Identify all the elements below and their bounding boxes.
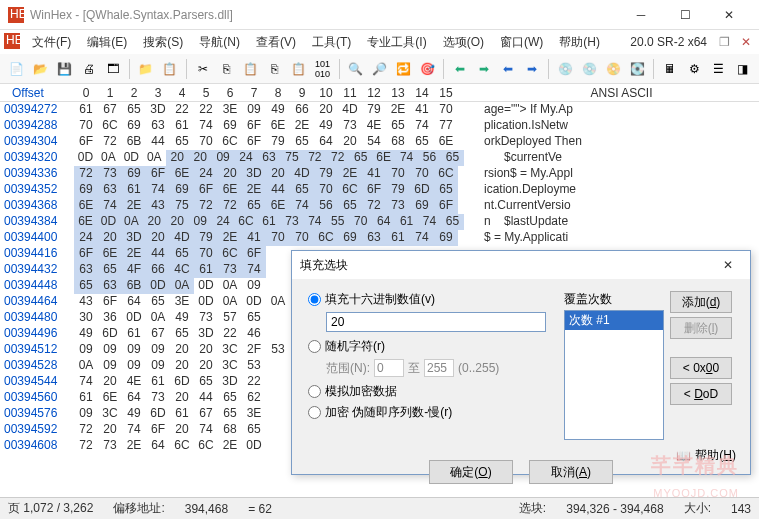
hex-byte[interactable]: 70 — [386, 166, 410, 182]
hex-byte[interactable]: 61 — [122, 326, 146, 342]
range-to-input[interactable] — [424, 359, 454, 377]
hex-byte[interactable]: 65 — [146, 294, 170, 310]
hex-byte[interactable]: 3D — [218, 374, 242, 390]
hex-byte[interactable]: 0A — [218, 294, 242, 310]
hex-byte[interactable]: 09 — [74, 406, 98, 422]
hex-byte[interactable]: 61 — [170, 406, 194, 422]
hex-byte[interactable]: 6E — [98, 390, 122, 406]
hex-byte[interactable]: 6E — [74, 214, 97, 230]
hex-byte[interactable]: 65 — [170, 246, 194, 262]
hex-byte[interactable]: 69 — [410, 198, 434, 214]
hex-byte[interactable]: 4E — [362, 118, 386, 134]
hex-byte[interactable]: 65 — [242, 310, 266, 326]
hex-byte[interactable]: 43 — [146, 198, 170, 214]
hex-byte[interactable]: 0A — [97, 150, 120, 166]
ascii-cell[interactable]: rsion$ = My.Appl — [464, 166, 759, 182]
radio-enc[interactable] — [308, 406, 321, 419]
hex-cells[interactable]: 706C69636174696F6E2E49734E657477 — [74, 118, 464, 134]
hex-byte[interactable]: 2E — [242, 182, 266, 198]
hex-byte[interactable]: 6E — [434, 134, 458, 150]
hex-byte[interactable]: 65 — [386, 118, 410, 134]
hex-byte[interactable]: 57 — [218, 310, 242, 326]
ascii-cell[interactable]: age=""> If My.Ap — [464, 102, 759, 118]
hex-byte[interactable]: 2E — [218, 438, 242, 454]
hex-byte[interactable]: 73 — [386, 198, 410, 214]
hex-byte[interactable]: 6D — [410, 182, 434, 198]
hex-byte[interactable]: 3D — [122, 230, 146, 246]
help-button[interactable]: 📖 帮助(H) — [676, 447, 736, 464]
radio-sim[interactable] — [308, 385, 321, 398]
hex-byte[interactable]: 36 — [98, 310, 122, 326]
hex-byte[interactable]: 6C — [235, 214, 258, 230]
hex-byte[interactable]: 70 — [434, 102, 458, 118]
hex-byte[interactable]: 61 — [194, 262, 218, 278]
hex-byte[interactable]: 74 — [395, 150, 418, 166]
hex-byte[interactable]: 70 — [194, 134, 218, 150]
hex-byte[interactable]: 75 — [280, 150, 303, 166]
option-random[interactable]: 随机字符(r) — [308, 338, 552, 355]
option-simulate[interactable]: 模拟加密数据 — [308, 383, 552, 400]
hex-byte[interactable]: 09 — [146, 342, 170, 358]
hex-byte[interactable]: 20 — [166, 214, 189, 230]
hex-byte[interactable]: 41 — [362, 166, 386, 182]
option-encrypt[interactable]: 加密 伪随即序列数-慢(r) — [308, 404, 552, 421]
hex-byte[interactable]: 3C — [218, 358, 242, 374]
hex-byte[interactable]: 69 — [338, 230, 362, 246]
hex-byte[interactable]: 69 — [122, 166, 146, 182]
hex-cells[interactable]: 24203D204D792E4170706C6963617469 — [74, 230, 464, 246]
hex-byte[interactable]: 20 — [266, 166, 290, 182]
ascii-cell[interactable]: n $lastUpdate — [464, 214, 759, 230]
hex-byte[interactable]: 3E — [218, 102, 242, 118]
dialog-titlebar[interactable]: 填充选块 ✕ — [292, 251, 750, 279]
disk1-icon[interactable]: 💿 — [554, 58, 576, 80]
hex-byte[interactable]: 73 — [146, 390, 170, 406]
hex-byte[interactable]: 74 — [98, 198, 122, 214]
hex-byte[interactable]: 49 — [314, 118, 338, 134]
hex-byte[interactable]: 75 — [170, 198, 194, 214]
hex-byte[interactable]: 44 — [266, 182, 290, 198]
hex-byte[interactable]: 6E — [266, 118, 290, 134]
hex-row[interactable]: 003943046F726B4465706C6F796564205468656E… — [0, 134, 759, 150]
hex-byte[interactable]: 74 — [122, 422, 146, 438]
hex-byte[interactable]: 70 — [266, 230, 290, 246]
close-doc-button[interactable]: ✕ — [737, 33, 755, 51]
hex-byte[interactable]: 22 — [170, 102, 194, 118]
hex-byte[interactable]: 65 — [194, 374, 218, 390]
hex-byte[interactable]: 64 — [372, 214, 395, 230]
hex-byte[interactable]: 79 — [362, 102, 386, 118]
undo-icon[interactable]: ⬅ — [497, 58, 519, 80]
hex-row[interactable]: 003943686E742E43757272656E7456657273696F… — [0, 198, 759, 214]
hex-byte[interactable]: 65 — [349, 150, 372, 166]
hex-byte[interactable]: 63 — [146, 118, 170, 134]
menu-file[interactable]: 文件(F) — [24, 32, 79, 53]
hex-byte[interactable]: 20 — [143, 214, 166, 230]
hex-byte[interactable]: 6D — [146, 406, 170, 422]
hex-byte[interactable]: 20 — [194, 342, 218, 358]
hex-byte[interactable]: 0A — [218, 278, 242, 294]
hex-byte[interactable]: 62 — [242, 390, 266, 406]
hex-byte[interactable]: 6F — [242, 118, 266, 134]
hex-byte[interactable]: 65 — [98, 262, 122, 278]
hex-byte[interactable]: 74 — [146, 182, 170, 198]
hex-byte[interactable]: 79 — [194, 230, 218, 246]
replace-icon[interactable]: 🔁 — [393, 58, 415, 80]
hex-byte[interactable]: 09 — [242, 278, 266, 294]
hex-value-input[interactable] — [326, 312, 546, 332]
hex-icon[interactable]: 101010 — [312, 58, 334, 80]
hex-byte[interactable]: 68 — [218, 422, 242, 438]
hex-byte[interactable]: 65 — [410, 134, 434, 150]
hex-byte[interactable]: 65 — [218, 406, 242, 422]
back-icon[interactable]: ⬅ — [449, 58, 471, 80]
hex-byte[interactable]: 74 — [418, 214, 441, 230]
hex-byte[interactable]: 79 — [386, 182, 410, 198]
hex-row[interactable]: 003943367273696F6E24203D204D792E4170706C… — [0, 166, 759, 182]
hex-byte[interactable]: 0D — [97, 214, 120, 230]
hex-byte[interactable]: 65 — [242, 422, 266, 438]
hex-byte[interactable]: 09 — [146, 358, 170, 374]
option-hex[interactable]: 填充十六进制数值(v) — [308, 291, 552, 308]
hex-row[interactable]: 0039435269636174696F6E2E4465706C6F796D65… — [0, 182, 759, 198]
hex-byte[interactable]: 6F — [98, 294, 122, 310]
hex-byte[interactable]: 74 — [290, 198, 314, 214]
hex-byte[interactable]: 55 — [326, 214, 349, 230]
hex-byte[interactable]: 72 — [74, 422, 98, 438]
